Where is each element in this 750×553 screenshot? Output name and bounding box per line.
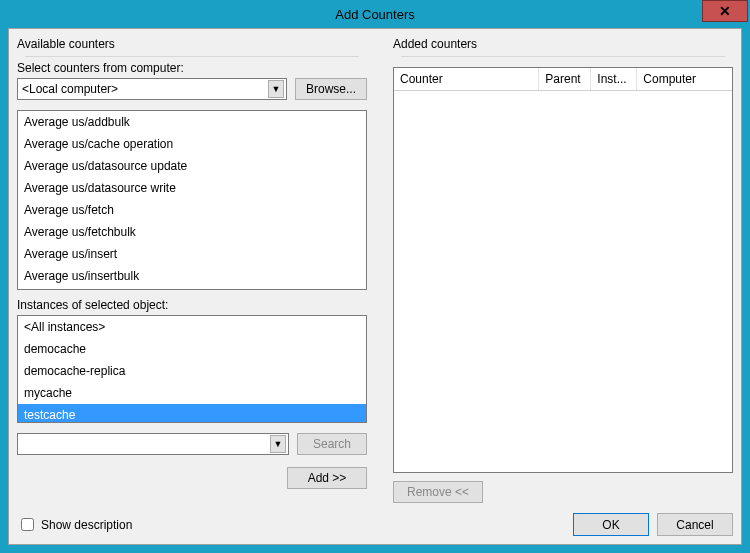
chevron-down-icon: ▼ — [268, 80, 284, 98]
list-item[interactable]: Average us/insert — [18, 243, 366, 265]
show-description-checkbox[interactable]: Show description — [17, 515, 132, 534]
chevron-down-icon: ▼ — [270, 435, 286, 453]
browse-button[interactable]: Browse... — [295, 78, 367, 100]
close-button[interactable]: ✕ — [702, 0, 748, 22]
dialog-window: Add Counters ✕ Available counters Select… — [0, 0, 750, 553]
instances-label: Instances of selected object: — [17, 298, 367, 312]
list-item[interactable]: Average us/cache operation — [18, 133, 366, 155]
added-group-title: Added counters — [393, 37, 733, 51]
remove-button[interactable]: Remove << — [393, 481, 483, 503]
close-icon: ✕ — [719, 3, 731, 19]
client-area: Available counters Select counters from … — [8, 28, 742, 545]
available-group-title: Available counters — [17, 37, 367, 51]
added-counters-table[interactable]: Counter Parent Inst... Computer — [393, 67, 733, 473]
list-item[interactable]: democache — [18, 338, 366, 360]
add-button[interactable]: Add >> — [287, 467, 367, 489]
list-item[interactable]: Average us/datasource write — [18, 177, 366, 199]
list-item[interactable]: Average us/fetchbulk — [18, 221, 366, 243]
cancel-button[interactable]: Cancel — [657, 513, 733, 536]
table-header: Counter Parent Inst... Computer — [394, 68, 732, 91]
list-item[interactable]: Average us/insertbulk — [18, 265, 366, 287]
list-item[interactable]: Average us/datasource update — [18, 155, 366, 177]
list-item[interactable]: Average us/fetch — [18, 199, 366, 221]
col-inst[interactable]: Inst... — [591, 68, 637, 90]
list-item[interactable]: Average us/Query Execution — [18, 287, 366, 290]
titlebar: Add Counters ✕ — [0, 0, 750, 28]
list-item[interactable]: democache-replica — [18, 360, 366, 382]
computer-combo[interactable]: <Local computer> ▼ — [17, 78, 287, 100]
list-item[interactable]: testcache — [18, 404, 366, 423]
computer-combo-value: <Local computer> — [22, 82, 118, 96]
search-combo[interactable]: ▼ — [17, 433, 289, 455]
list-item[interactable]: mycache — [18, 382, 366, 404]
available-counters-panel: Available counters Select counters from … — [17, 35, 367, 503]
show-description-label: Show description — [41, 518, 132, 532]
added-counters-panel: Added counters Counter Parent Inst... Co… — [393, 35, 733, 503]
list-item[interactable]: Average us/addbulk — [18, 111, 366, 133]
search-button[interactable]: Search — [297, 433, 367, 455]
select-computer-label: Select counters from computer: — [17, 61, 367, 75]
counter-listbox[interactable]: Average us/addbulk Average us/cache oper… — [17, 110, 367, 290]
list-item[interactable]: <All instances> — [18, 316, 366, 338]
col-counter[interactable]: Counter — [394, 68, 539, 90]
show-description-input[interactable] — [21, 518, 34, 531]
dialog-footer: Show description OK Cancel — [17, 503, 733, 536]
added-table-body — [394, 91, 732, 472]
instances-listbox[interactable]: <All instances> democache democache-repl… — [17, 315, 367, 423]
col-computer[interactable]: Computer — [637, 68, 732, 90]
window-title: Add Counters — [335, 7, 415, 22]
ok-button[interactable]: OK — [573, 513, 649, 536]
col-parent[interactable]: Parent — [539, 68, 591, 90]
